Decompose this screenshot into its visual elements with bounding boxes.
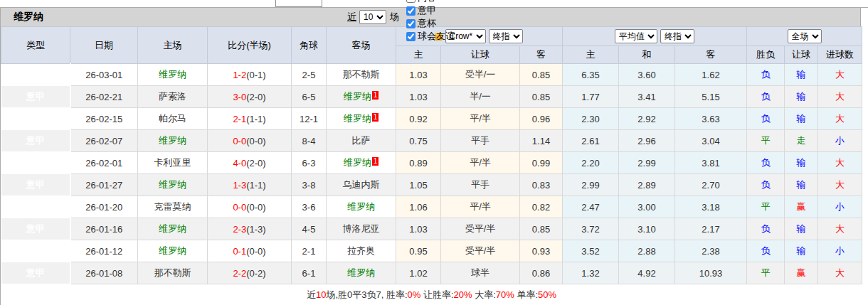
halftime-score: (1-3): [246, 224, 265, 235]
summary-row: 近10场,胜0平3负7, 胜率:0% 让胜率:20% 大率:70% 单率:50%: [1, 284, 862, 305]
scope-select[interactable]: 全场: [788, 29, 822, 43]
home-team-name: 维罗纳: [159, 179, 186, 190]
col-header-score: 比分(半场): [208, 27, 292, 64]
away-team-cell: 乌迪内斯: [327, 174, 396, 196]
result-goals-cell: 大: [818, 108, 862, 130]
summary-segment: 10: [316, 289, 326, 300]
europe-odds-group-header: 平均值终指: [563, 27, 747, 46]
fulltime-score: 0-1: [233, 246, 246, 257]
checkbox-club-friendly[interactable]: [406, 32, 416, 41]
halftime-score: (2-0): [246, 158, 265, 168]
recent-count-select[interactable]: 10: [359, 10, 386, 24]
eu-away-odds-cell: 2.70: [675, 174, 747, 196]
team-name: 维罗纳: [14, 11, 43, 23]
europe-stage-select[interactable]: 终指: [660, 29, 694, 43]
result-ah-cell: 输: [785, 174, 818, 196]
odds-stage-select[interactable]: 终指: [489, 29, 523, 43]
ah-away-odds-cell: 0.93: [520, 240, 563, 262]
checkbox-same-away[interactable]: [406, 0, 416, 3]
home-team-cell: 卡利亚里: [138, 152, 208, 174]
result-wdl-cell: 平: [747, 196, 785, 218]
recent-label[interactable]: 近: [347, 11, 356, 23]
home-team-name: 那不勒斯: [154, 267, 191, 278]
summary-segment: 0%: [408, 289, 421, 300]
home-team-name: 维罗纳: [159, 245, 186, 256]
corner-cell: 2-5: [292, 64, 327, 86]
footer-summary: 近10场,胜0平3负7, 胜率:0% 让胜率:20% 大率:70% 单率:50%: [1, 284, 862, 305]
away-team-name: 拉齐奥: [347, 245, 375, 256]
result-ah-cell: 输: [785, 86, 818, 108]
filter-option-club-friendly[interactable]: 球会友谊: [403, 30, 455, 43]
result-wdl-cell: 负: [747, 152, 785, 174]
ah-home-odds-cell: 0.89: [396, 152, 441, 174]
fulltime-score: 2-3: [233, 224, 246, 235]
matches-label: 场: [390, 11, 399, 23]
ah-line-cell: 平手: [441, 130, 520, 152]
ah-home-odds-cell: 1.05: [396, 174, 441, 196]
result-ah-cell: 输: [785, 108, 818, 130]
date-cell: 26-02-21: [70, 86, 138, 108]
league-cell: 意甲: [1, 262, 70, 284]
away-team-name: 比萨: [352, 135, 371, 146]
away-team-name: 乌迪内斯: [343, 179, 380, 190]
filter-checkboxes: 同客意甲意杯球会友谊: [403, 0, 456, 43]
match-row: 意甲 26-01-08 那不勒斯 2-2(0-2) 6-1 维罗纳 1.02 球…: [1, 262, 862, 284]
date-cell: 26-01-12: [70, 240, 138, 262]
checkbox-serie-a[interactable]: [406, 6, 416, 16]
filter-option-serie-a[interactable]: 意甲: [403, 4, 455, 17]
europe-type-select[interactable]: 平均值: [615, 29, 657, 43]
league-cell: 意甲: [1, 86, 70, 108]
away-team-name: 维罗纳: [347, 267, 375, 278]
corner-cell: 6-1: [292, 262, 327, 284]
result-ah-cell: 走: [785, 130, 818, 152]
match-row: 意甲 26-01-20 克雷莫纳 0-0(0-0) 3-6 维罗纳 1.06 平…: [1, 196, 862, 218]
result-goals-cell: 大: [818, 152, 862, 174]
halftime-score: (1-1): [246, 180, 265, 191]
result-ah-cell: 输: [785, 240, 818, 262]
fulltime-score: 4-0: [233, 158, 246, 168]
match-row: 意甲 26-03-01 维罗纳 1-2(0-1) 2-5 那不勒斯 1.03 受…: [1, 64, 862, 86]
away-team-cell: 博洛尼亚: [327, 218, 396, 240]
away-team-name: 那不勒斯: [343, 69, 380, 80]
halftime-score: (0-2): [246, 268, 265, 279]
ah-away-odds-cell: 0.96: [520, 108, 563, 130]
result-wdl-cell: 负: [747, 86, 785, 108]
col-header-date: 日期: [70, 27, 138, 64]
history-table: 类型 日期 主场 比分(半场) 角球 客场 Crow*终指 平均值终指 全场 主…: [1, 26, 862, 305]
eu-home-odds-cell: 1.32: [563, 262, 619, 284]
result-group-header: 全场: [747, 27, 862, 46]
ah-away-odds-cell: 0.99: [520, 152, 563, 174]
ah-away-odds-cell: 0.83: [520, 174, 563, 196]
date-cell: 26-02-01: [70, 152, 138, 174]
score-cell: 0-1(0-0): [208, 240, 292, 262]
eu-home-odds-cell: 2.61: [563, 130, 619, 152]
ah-away-odds-cell: 0.85: [520, 218, 563, 240]
summary-segment: 50%: [538, 289, 556, 300]
ah-line-cell: 平/半: [441, 108, 520, 130]
eu-draw-odds-cell: 2.96: [619, 130, 675, 152]
result-ah-cell: 输: [785, 218, 818, 240]
checkbox-coppa-italia[interactable]: [406, 19, 416, 28]
away-team-name: 维罗纳: [344, 113, 371, 124]
eu-draw-odds-cell: 2.89: [619, 174, 675, 196]
filter-option-coppa-italia[interactable]: 意杯: [403, 17, 455, 30]
result-goals-cell: 大: [818, 174, 862, 196]
eu-draw-odds-cell: 3.41: [619, 86, 675, 108]
col-header-type: 类型: [1, 27, 70, 64]
home-team-name: 克雷莫纳: [154, 201, 191, 212]
eu-home-odds-cell: 2.30: [563, 108, 619, 130]
ah-home-odds-cell: 0.95: [396, 240, 441, 262]
corner-cell: 6-3: [292, 152, 327, 174]
fulltime-score: 0-0: [233, 136, 246, 146]
fulltime-score: 1-3: [233, 180, 246, 191]
result-ah-cell: 赢: [785, 262, 818, 284]
home-team-cell: 维罗纳: [138, 174, 208, 196]
halftime-score: (0-1): [246, 70, 265, 80]
league-cell: 意甲: [1, 218, 70, 240]
title-bar: 维罗纳 近 10 场 同客意甲意杯球会友谊: [1, 8, 860, 26]
eu-home-odds-cell: 3.52: [563, 240, 619, 262]
ah-away-odds-cell: 0.85: [520, 86, 563, 108]
away-team-cell: 维罗纳: [327, 262, 396, 284]
away-team-cell: 维罗纳1: [327, 152, 396, 174]
rank-badge: 1: [372, 157, 379, 166]
